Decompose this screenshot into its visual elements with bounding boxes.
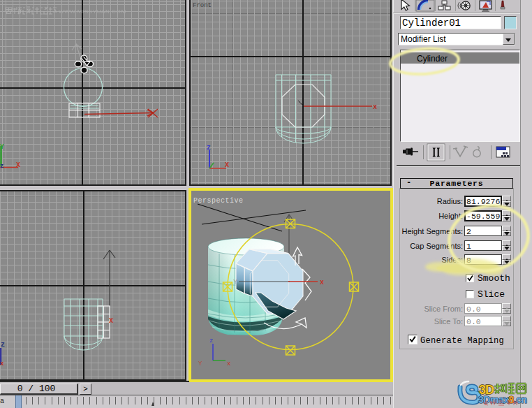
svg-text:x: x [373,103,377,111]
svg-text:3Dmax8.cn: 3Dmax8.cn [478,394,526,405]
svg-text:x: x [0,360,4,367]
svg-text:X: X [16,161,20,169]
svg-text:z: z [207,144,211,152]
svg-text:z: z [0,163,3,170]
svg-text:x: x [227,360,230,367]
svg-text:Perspective: Perspective [193,197,244,205]
svg-text:X: X [109,317,113,325]
svg-text:z: z [1,341,5,349]
svg-text:Y: Y [0,143,4,151]
svg-text:X: X [225,161,229,169]
svg-text:Y: Y [198,360,202,367]
svg-text:x: x [320,279,324,286]
svg-text:Y: Y [39,318,43,326]
svg-text:Front: Front [193,2,212,9]
svg-text:Y: Y [233,279,237,286]
svg-text:WWW.MISSYUAN.COM: WWW.MISSYUAN.COM [59,8,126,15]
svg-text:z: z [209,337,213,344]
